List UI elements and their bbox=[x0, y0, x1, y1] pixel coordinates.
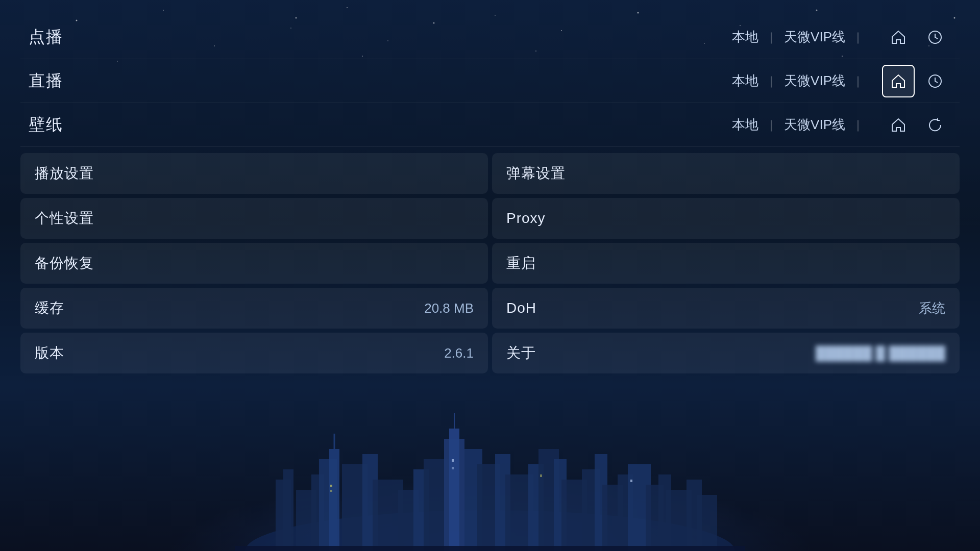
svg-rect-62 bbox=[235, 546, 745, 551]
cache-label: 缓存 bbox=[35, 298, 424, 318]
dianbo-history-button[interactable] bbox=[919, 21, 951, 54]
svg-rect-55 bbox=[697, 495, 717, 551]
proxy-settings-label: Proxy bbox=[506, 210, 945, 227]
playback-settings-cell[interactable]: 播放设置 bbox=[20, 153, 488, 194]
dianbo-right: 本地 ｜ 天微VIP线 ｜ bbox=[732, 21, 951, 54]
dianbo-sep1: ｜ bbox=[766, 30, 777, 45]
settings-content: 点播 本地 ｜ 天微VIP线 ｜ bbox=[0, 0, 980, 389]
zhibo-vip[interactable]: 天微VIP线 bbox=[784, 72, 845, 90]
svg-rect-56 bbox=[330, 485, 332, 487]
svg-rect-36 bbox=[449, 429, 459, 551]
svg-rect-60 bbox=[540, 474, 542, 477]
bizhi-home-button[interactable] bbox=[882, 109, 915, 141]
restart-cell[interactable]: 重启 bbox=[492, 243, 960, 284]
zhibo-local[interactable]: 本地 bbox=[732, 72, 758, 90]
bizhi-links: 本地 ｜ 天微VIP线 ｜ bbox=[732, 116, 868, 134]
dianbo-local[interactable]: 本地 bbox=[732, 28, 758, 46]
about-cell[interactable]: 关于 ██████ █ ██████ bbox=[492, 333, 960, 373]
backup-settings-cell[interactable]: 备份恢复 bbox=[20, 243, 488, 284]
danmu-settings-cell[interactable]: 弹幕设置 bbox=[492, 153, 960, 194]
bizhi-refresh-button[interactable] bbox=[919, 109, 951, 141]
zhibo-right: 本地 ｜ 天微VIP线 ｜ bbox=[732, 65, 951, 97]
zhibo-history-button[interactable] bbox=[919, 65, 951, 97]
about-label: 关于 bbox=[506, 343, 816, 363]
restart-label: 重启 bbox=[506, 254, 945, 273]
bizhi-sep2: ｜ bbox=[852, 117, 864, 133]
svg-rect-27 bbox=[329, 449, 339, 551]
personal-settings-cell[interactable]: 个性设置 bbox=[20, 198, 488, 239]
zhibo-label: 直播 bbox=[29, 70, 732, 92]
zhibo-links: 本地 ｜ 天微VIP线 ｜ bbox=[732, 72, 868, 90]
zhibo-sep2: ｜ bbox=[852, 73, 864, 89]
backup-settings-label: 备份恢复 bbox=[35, 254, 474, 273]
bizhi-label: 壁纸 bbox=[29, 114, 732, 136]
proxy-settings-cell[interactable]: Proxy bbox=[492, 198, 960, 239]
svg-rect-59 bbox=[452, 467, 454, 469]
zhibo-home-button[interactable] bbox=[882, 65, 915, 97]
dianbo-links: 本地 ｜ 天微VIP线 ｜ bbox=[732, 28, 868, 46]
row-dianbo: 点播 本地 ｜ 天微VIP线 ｜ bbox=[20, 15, 960, 59]
svg-rect-61 bbox=[630, 480, 632, 482]
svg-rect-23 bbox=[283, 469, 293, 551]
playback-settings-label: 播放设置 bbox=[35, 164, 474, 183]
dianbo-sep2: ｜ bbox=[852, 30, 864, 45]
version-value: 2.6.1 bbox=[444, 345, 474, 361]
danmu-settings-label: 弹幕设置 bbox=[506, 164, 945, 183]
row-bizhi: 壁纸 本地 ｜ 天微VIP线 ｜ bbox=[20, 103, 960, 147]
bizhi-right: 本地 ｜ 天微VIP线 ｜ bbox=[732, 109, 951, 141]
top-section: 点播 本地 ｜ 天微VIP线 ｜ bbox=[20, 15, 960, 147]
settings-grid: 播放设置 弹幕设置 个性设置 Proxy 备份恢复 重启 缓存 20.8 MB bbox=[20, 153, 960, 373]
version-cell[interactable]: 版本 2.6.1 bbox=[20, 333, 488, 373]
personal-settings-label: 个性设置 bbox=[35, 209, 474, 228]
skyline-decoration bbox=[0, 388, 980, 551]
bizhi-local[interactable]: 本地 bbox=[732, 116, 758, 134]
dianbo-vip[interactable]: 天微VIP线 bbox=[784, 28, 845, 46]
cache-value: 20.8 MB bbox=[424, 300, 474, 316]
dianbo-label: 点播 bbox=[29, 26, 732, 48]
bizhi-vip[interactable]: 天微VIP线 bbox=[784, 116, 845, 134]
doh-cell[interactable]: DoH 系统 bbox=[492, 288, 960, 329]
version-label: 版本 bbox=[35, 343, 444, 363]
svg-rect-57 bbox=[330, 490, 332, 492]
doh-value: 系统 bbox=[919, 299, 945, 317]
row-zhibo: 直播 本地 ｜ 天微VIP线 ｜ bbox=[20, 59, 960, 103]
zhibo-sep1: ｜ bbox=[766, 73, 777, 89]
dianbo-home-button[interactable] bbox=[882, 21, 915, 54]
cache-cell[interactable]: 缓存 20.8 MB bbox=[20, 288, 488, 329]
doh-label: DoH bbox=[506, 300, 919, 316]
svg-rect-58 bbox=[452, 459, 454, 462]
bizhi-sep1: ｜ bbox=[766, 117, 777, 133]
about-value: ██████ █ ██████ bbox=[816, 345, 945, 361]
